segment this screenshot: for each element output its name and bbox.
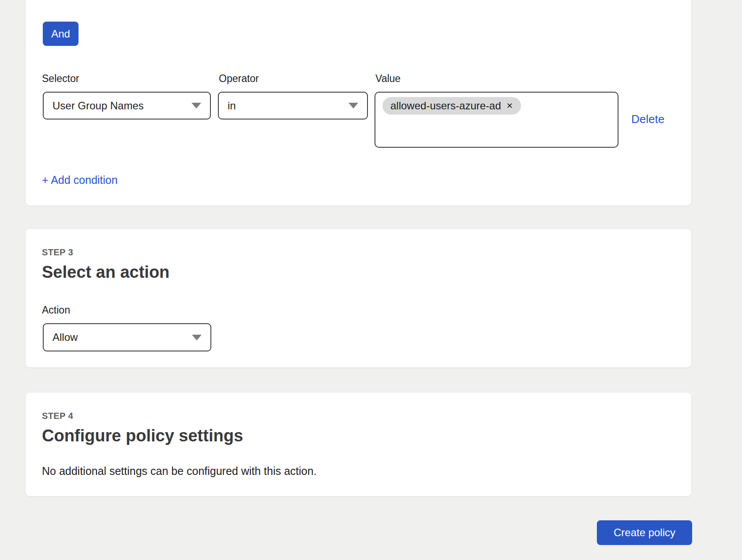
value-multiselect-input[interactable]: allowed-users-azure-ad ✕ bbox=[375, 92, 618, 148]
step4-title: Configure policy settings bbox=[42, 426, 243, 445]
selector-dropdown[interactable]: User Group Names bbox=[43, 92, 211, 119]
step4-card: STEP 4 Configure policy settings No addi… bbox=[25, 392, 692, 497]
action-dropdown-value: Allow bbox=[52, 331, 78, 343]
operator-dropdown-value: in bbox=[228, 100, 236, 112]
operator-dropdown[interactable]: in bbox=[218, 92, 368, 119]
value-label: Value bbox=[375, 72, 401, 85]
value-tag-label: allowed-users-azure-ad bbox=[390, 100, 501, 112]
chevron-down-icon bbox=[192, 335, 202, 340]
policy-builder-page: And Selector Operator Value User Group N… bbox=[0, 0, 742, 560]
value-tag: allowed-users-azure-ad ✕ bbox=[382, 97, 521, 115]
operator-label: Operator bbox=[219, 72, 259, 85]
create-policy-button[interactable]: Create policy bbox=[597, 520, 692, 545]
action-label: Action bbox=[42, 304, 70, 316]
and-button[interactable]: And bbox=[43, 22, 79, 46]
action-dropdown[interactable]: Allow bbox=[43, 323, 211, 351]
add-condition-link[interactable]: + Add condition bbox=[42, 173, 118, 187]
step3-card: STEP 3 Select an action Action Allow bbox=[25, 228, 692, 368]
chevron-down-icon bbox=[191, 103, 201, 108]
step4-description: No additional settings can be configured… bbox=[42, 464, 317, 478]
selector-dropdown-value: User Group Names bbox=[52, 100, 144, 112]
step3-title: Select an action bbox=[42, 263, 169, 281]
delete-condition-link[interactable]: Delete bbox=[631, 112, 664, 126]
selector-label: Selector bbox=[42, 72, 79, 85]
remove-tag-icon[interactable]: ✕ bbox=[506, 102, 513, 110]
condition-builder-card: And Selector Operator Value User Group N… bbox=[25, 0, 692, 206]
step4-label: STEP 4 bbox=[42, 411, 73, 421]
step3-label: STEP 3 bbox=[42, 247, 73, 258]
chevron-down-icon bbox=[349, 103, 358, 108]
